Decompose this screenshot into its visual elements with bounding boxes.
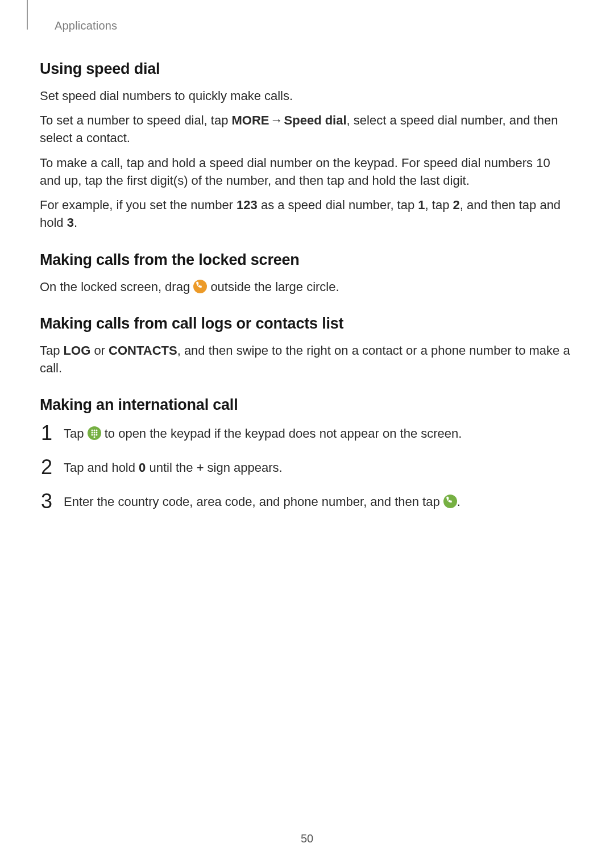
- svg-point-9: [93, 436, 95, 438]
- text: until the: [146, 460, 196, 475]
- text: outside the large circle.: [207, 280, 339, 294]
- paragraph: For example, if you set the number 123 a…: [40, 196, 574, 231]
- bold-text: 3: [67, 215, 74, 230]
- step-number: 2: [40, 457, 53, 477]
- bold-text: 0: [139, 460, 146, 475]
- bold-text: 2: [453, 198, 459, 212]
- svg-point-3: [91, 431, 93, 433]
- text: To set a number to speed dial, tap: [40, 113, 232, 127]
- step-item: 1 Tap to open the keypad if the keypad d…: [40, 423, 574, 443]
- text: On the locked screen, drag: [40, 280, 193, 294]
- page-content: Using speed dial Set speed dial numbers …: [40, 60, 574, 525]
- heading-locked-screen: Making calls from the locked screen: [40, 251, 574, 269]
- keypad-icon: [88, 426, 101, 440]
- paragraph: To make a call, tap and hold a speed dia…: [40, 154, 574, 189]
- bold-text: LOG: [64, 343, 91, 358]
- bold-text: 123: [237, 198, 258, 212]
- steps-list: 1 Tap to open the keypad if the keypad d…: [40, 423, 574, 512]
- svg-point-0: [91, 429, 93, 431]
- heading-international: Making an international call: [40, 396, 574, 414]
- text: Tap and hold: [64, 460, 139, 475]
- phone-icon: [193, 280, 207, 293]
- text: , tap: [425, 198, 453, 212]
- plus-icon: +: [197, 459, 204, 476]
- bold-text: MORE: [232, 113, 269, 127]
- text: to open the keypad if the keypad does no…: [101, 426, 462, 441]
- step-text: Enter the country code, area code, and p…: [64, 493, 574, 510]
- text: Enter the country code, area code, and p…: [64, 495, 443, 509]
- paragraph: Tap LOG or CONTACTS, and then swipe to t…: [40, 342, 574, 377]
- breadcrumb: Applications: [55, 19, 117, 32]
- svg-point-5: [96, 431, 97, 433]
- svg-point-1: [93, 429, 95, 431]
- heading-call-logs: Making calls from call logs or contacts …: [40, 315, 574, 333]
- paragraph: Set speed dial numbers to quickly make c…: [40, 87, 574, 105]
- step-text: Tap to open the keypad if the keypad doe…: [64, 425, 574, 442]
- text: or: [90, 343, 109, 358]
- step-number: 3: [40, 491, 53, 512]
- svg-point-4: [93, 431, 95, 433]
- heading-speed-dial: Using speed dial: [40, 60, 574, 78]
- paragraph: To set a number to speed dial, tap MORE …: [40, 111, 574, 147]
- svg-point-2: [96, 429, 97, 431]
- step-text: Tap and hold 0 until the + sign appears.: [64, 459, 574, 476]
- svg-point-7: [93, 434, 95, 435]
- text: .: [74, 215, 77, 230]
- page-number: 50: [0, 832, 614, 845]
- paragraph: On the locked screen, drag outside the l…: [40, 278, 574, 296]
- header-rule: [27, 0, 28, 30]
- bold-text: 1: [418, 198, 425, 212]
- text: .: [457, 495, 460, 509]
- text: as a speed dial number, tap: [258, 198, 418, 212]
- text: For example, if you set the number: [40, 198, 237, 212]
- svg-point-6: [91, 434, 93, 435]
- bold-text: Speed dial: [284, 113, 347, 127]
- svg-point-8: [96, 434, 97, 435]
- bold-text: CONTACTS: [109, 343, 177, 358]
- text: sign appears.: [204, 460, 283, 475]
- step-number: 1: [40, 423, 53, 443]
- step-item: 3 Enter the country code, area code, and…: [40, 491, 574, 512]
- text: Tap: [64, 426, 88, 441]
- step-item: 2 Tap and hold 0 until the + sign appear…: [40, 457, 574, 477]
- call-icon: [443, 495, 457, 508]
- text: Tap: [40, 343, 64, 358]
- arrow-icon: →: [269, 111, 284, 129]
